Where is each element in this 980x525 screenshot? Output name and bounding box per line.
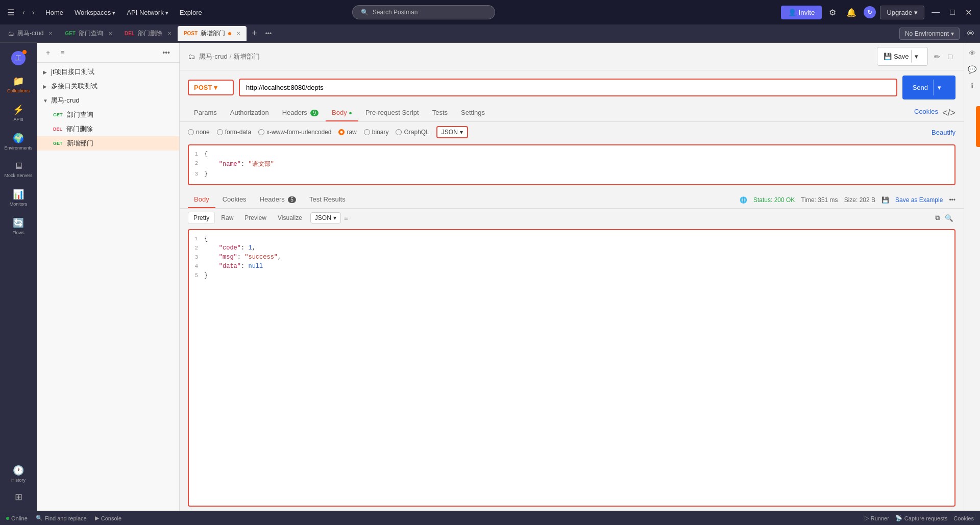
sidebar-item-apis[interactable]: ⚡ APIs — [2, 100, 35, 127]
tree-item-multi[interactable]: ▶ 多接口关联测试 — [37, 79, 179, 93]
request-body-editor[interactable]: 1 { 2 "name": "语文部" 3 } — [188, 144, 955, 185]
save-dropdown-arrow[interactable]: ▾ — [911, 50, 921, 63]
sidebar-item-avatar[interactable]: 工 — [2, 47, 35, 69]
tab-post-dept[interactable]: POST 新增部门 ✕ — [178, 26, 247, 41]
tab-tests[interactable]: Tests — [426, 105, 454, 121]
close-button[interactable]: ✕ — [962, 6, 975, 19]
capture-item[interactable]: 📡 Capture requests — [895, 515, 947, 521]
tab-pre-request[interactable]: Pre-request Script — [359, 105, 425, 121]
format-type-selector[interactable]: JSON ▾ — [310, 212, 341, 223]
bell-button[interactable]: 🔔 — [843, 6, 860, 19]
option-none[interactable]: none — [188, 129, 210, 136]
cookies-status-item[interactable]: Cookies — [953, 515, 974, 521]
panel-more-button[interactable]: ••• — [159, 47, 173, 58]
invite-button[interactable]: 👤 Invite — [781, 6, 822, 19]
api-network-nav[interactable]: API Network — [121, 6, 173, 19]
tab-settings[interactable]: Settings — [455, 105, 491, 121]
resp-tab-body[interactable]: Body — [188, 191, 215, 208]
tab-get-dept[interactable]: GET 部门查询 ✕ — [59, 26, 118, 41]
maximize-button[interactable]: □ — [947, 6, 958, 19]
tree-item-post-dept[interactable]: GET 新增部门 — [37, 136, 179, 151]
tab-crud-close[interactable]: ✕ — [48, 31, 53, 36]
right-icon-1[interactable]: 👁 — [967, 47, 978, 59]
online-status[interactable]: Online — [6, 515, 28, 521]
explore-nav[interactable]: Explore — [175, 6, 207, 19]
settings-button[interactable]: ⚙ — [826, 6, 839, 19]
sidebar-item-environments[interactable]: 🌍 Environments — [2, 129, 35, 155]
minimize-button[interactable]: — — [928, 6, 943, 19]
tab-del-close[interactable]: ✕ — [167, 31, 172, 36]
option-binary[interactable]: binary — [364, 129, 389, 136]
sidebar-item-grid[interactable]: ⊞ — [2, 487, 35, 507]
find-replace-item[interactable]: 🔍 Find and replace — [36, 515, 87, 521]
tree-item-heima[interactable]: ▼ 黑马-crud — [37, 93, 179, 108]
search-response-button[interactable]: 🔍 — [943, 212, 955, 224]
env-selector[interactable]: No Environment ▾ — [899, 28, 960, 40]
tab-crud[interactable]: 🗂 黑马-crud ✕ — [2, 26, 59, 41]
send-button[interactable]: Send ▾ — [902, 76, 955, 99]
tab-authorization[interactable]: Authorization — [224, 105, 275, 121]
forward-button[interactable]: › — [29, 6, 38, 18]
radio-raw — [338, 129, 345, 135]
sidebar-item-history[interactable]: 🕐 History — [2, 461, 35, 487]
panel-add-button[interactable]: + — [43, 47, 53, 58]
sidebar-item-mock-servers[interactable]: 🖥 Mock Servers — [2, 157, 35, 183]
filter-response-button[interactable]: ≡ — [342, 213, 350, 223]
search-bar[interactable]: 🔍 Search Postman — [352, 5, 495, 19]
save-as-example[interactable]: Save as Example — [895, 196, 943, 204]
resp-tab-headers[interactable]: Headers 5 — [254, 191, 302, 208]
right-icon-3[interactable]: ℹ — [969, 80, 975, 92]
left-sidebar: 工 📁 Collections ⚡ APIs 🌍 Environments 🖥 … — [0, 43, 37, 511]
cookies-link[interactable]: Cookies — [914, 108, 938, 118]
method-selector[interactable]: POST ▾ — [188, 80, 234, 95]
upgrade-button[interactable]: Upgrade ▾ — [880, 6, 924, 19]
edit-button[interactable]: ✏ — [931, 51, 943, 63]
tab-body[interactable]: Body ● — [326, 105, 358, 121]
sidebar-item-monitors[interactable]: 📊 Monitors — [2, 185, 35, 211]
option-raw[interactable]: raw — [338, 129, 356, 136]
option-graphql[interactable]: GraphQL — [396, 129, 429, 136]
tab-add-button[interactable]: + — [249, 27, 260, 40]
send-dropdown-arrow[interactable]: ▾ — [933, 80, 945, 95]
format-tab-raw[interactable]: Raw — [216, 212, 238, 223]
tab-get-close[interactable]: ✕ — [108, 31, 112, 36]
right-icon-2[interactable]: 💬 — [966, 63, 978, 76]
copy-response-button[interactable]: ⧉ — [933, 212, 942, 224]
tab-del-dept[interactable]: DEL 部门删除 ✕ — [118, 26, 178, 41]
code-icon[interactable]: </> — [942, 108, 955, 118]
response-section: Body Cookies Headers 5 Test Results 🌐 St… — [180, 191, 964, 511]
tree-item-jt[interactable]: ▶ jt项目接口测试 — [37, 65, 179, 79]
format-tab-visualize[interactable]: Visualize — [273, 212, 307, 223]
menu-icon[interactable]: ☰ — [5, 6, 16, 19]
resp-tab-test-results[interactable]: Test Results — [303, 191, 352, 208]
format-tab-pretty[interactable]: Pretty — [188, 212, 215, 224]
radio-form-data — [217, 129, 223, 135]
tab-headers[interactable]: Headers 9 — [276, 105, 325, 121]
resp-code-line-1: 1 { — [189, 234, 954, 243]
sidebar-item-collections[interactable]: 📁 Collections — [2, 71, 35, 98]
sync-icon[interactable]: ↻ — [864, 6, 876, 18]
format-tab-preview[interactable]: Preview — [239, 212, 272, 223]
tree-item-get-dept[interactable]: GET 部门查询 — [37, 108, 179, 122]
beautify-link[interactable]: Beautify — [932, 129, 955, 136]
tab-more-button[interactable]: ••• — [262, 29, 275, 38]
option-form-data[interactable]: form-data — [217, 129, 251, 136]
home-nav[interactable]: Home — [40, 6, 68, 19]
sidebar-item-flows[interactable]: 🔄 Flows — [2, 213, 35, 240]
response-more-button[interactable]: ••• — [949, 196, 955, 204]
workspaces-nav[interactable]: Workspaces — [69, 6, 120, 19]
resp-tab-cookies[interactable]: Cookies — [216, 191, 253, 208]
tab-post-close[interactable]: ✕ — [236, 31, 240, 36]
console-item[interactable]: ▶ Console — [95, 515, 121, 521]
panel-filter-button[interactable]: ≡ — [57, 47, 67, 58]
tree-item-del-dept[interactable]: DEL 部门删除 — [37, 122, 179, 136]
env-settings-button[interactable]: 👁 — [964, 27, 978, 40]
share-button[interactable]: □ — [945, 51, 955, 63]
json-type-selector[interactable]: JSON ▾ — [436, 126, 468, 138]
option-urlencoded[interactable]: x-www-form-urlencoded — [258, 129, 331, 136]
url-input[interactable] — [239, 79, 897, 96]
back-button[interactable]: ‹ — [19, 6, 28, 18]
save-button[interactable]: 💾 Save ▾ — [877, 47, 928, 66]
tab-params[interactable]: Params — [188, 105, 223, 121]
runner-item[interactable]: ▷ Runner — [865, 515, 889, 521]
